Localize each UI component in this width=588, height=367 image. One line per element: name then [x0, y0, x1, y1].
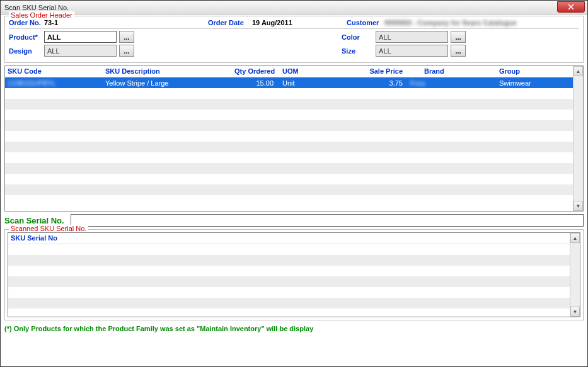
color-lookup-button[interactable]: ...	[451, 31, 466, 43]
table-row[interactable]	[8, 298, 570, 308]
table-row[interactable]	[8, 276, 570, 287]
customer-label: Customer	[347, 19, 384, 26]
design-label: Design	[9, 47, 44, 55]
cell-group: Swimwear	[497, 79, 573, 88]
scroll-down-button[interactable]: ▼	[574, 201, 583, 211]
scroll-up-button[interactable]: ▲	[574, 66, 583, 76]
divider	[9, 28, 579, 29]
col-brand[interactable]: Brand	[405, 66, 497, 77]
window-title: Scan SKU Serial No.	[4, 4, 69, 11]
table-row[interactable]	[8, 255, 570, 266]
col-group[interactable]: Group	[497, 66, 573, 77]
table-row[interactable]	[5, 184, 573, 195]
table-row[interactable]: 110B1GUPBYL Yellow Stripe / Large 15.00 …	[5, 77, 573, 88]
window: Scan SKU Serial No. Sales Order Header O…	[0, 0, 588, 367]
color-input[interactable]	[376, 31, 448, 43]
scan-serial-label: Scan Serial No.	[4, 216, 64, 225]
customer-value: 9999800 - Company for Sears Catalogue	[384, 19, 517, 26]
table-row[interactable]	[8, 266, 570, 276]
close-icon	[568, 4, 574, 10]
col-qty[interactable]: Qty Ordered	[232, 66, 276, 77]
table-row[interactable]	[5, 110, 573, 120]
sku-grid: SKU Code SKU Description Qty Ordered UOM…	[4, 65, 584, 212]
table-row[interactable]	[8, 244, 570, 255]
product-lookup-button[interactable]: ...	[119, 31, 134, 43]
col-sku-serial-no[interactable]: SKU Serial No	[8, 233, 570, 244]
table-row[interactable]	[5, 152, 573, 163]
color-label: Color	[342, 33, 376, 41]
cell-sku-desc: Yellow Stripe / Large	[103, 79, 232, 88]
size-lookup-button[interactable]: ...	[451, 45, 466, 57]
table-row[interactable]	[8, 287, 570, 298]
sku-grid-body: 110B1GUPBYL Yellow Stripe / Large 15.00 …	[5, 77, 573, 206]
table-row[interactable]	[5, 174, 573, 184]
content-area: Sales Order Header Order No. 73-1 Order …	[1, 14, 587, 334]
close-button[interactable]	[557, 1, 585, 13]
order-date-value: 19 Aug/2011	[252, 19, 347, 26]
scanned-serial-legend: Scanned SKU Serial No.	[9, 225, 88, 232]
cell-qty: 15.00	[232, 79, 276, 88]
serial-grid-body	[8, 244, 570, 308]
serial-grid-scrollbar[interactable]: ▲ ▼	[570, 233, 580, 317]
size-input[interactable]	[376, 45, 448, 57]
scroll-down-button[interactable]: ▼	[570, 307, 580, 317]
table-row[interactable]	[5, 163, 573, 174]
table-row[interactable]	[5, 142, 573, 152]
order-date-label: Order Date	[208, 19, 252, 26]
scroll-up-button[interactable]: ▲	[570, 233, 580, 243]
col-sku-code[interactable]: SKU Code	[5, 66, 103, 77]
col-sku-desc[interactable]: SKU Description	[103, 66, 232, 77]
sales-order-header-legend: Sales Order Header	[9, 11, 74, 19]
cell-uom: Unit	[276, 79, 349, 88]
design-input[interactable]	[44, 45, 117, 57]
sku-grid-header: SKU Code SKU Description Qty Ordered UOM…	[5, 66, 573, 77]
scanned-serial-group: Scanned SKU Serial No. SKU Serial No	[4, 229, 584, 320]
design-lookup-button[interactable]: ...	[119, 45, 134, 57]
order-no-value: 73-1	[44, 19, 208, 26]
col-uom[interactable]: UOM	[276, 66, 349, 77]
sku-grid-scrollbar[interactable]: ▲ ▼	[573, 66, 583, 211]
serial-grid: SKU Serial No ▲ ▼	[8, 232, 580, 317]
table-row[interactable]	[5, 195, 573, 206]
scan-serial-row: Scan Serial No.	[4, 214, 584, 227]
cell-sale-price: 3.75	[349, 79, 405, 88]
titlebar: Scan SKU Serial No.	[1, 1, 587, 14]
table-row[interactable]	[5, 131, 573, 142]
table-row[interactable]	[5, 99, 573, 110]
serial-grid-header: SKU Serial No	[8, 233, 570, 244]
order-no-label: Order No.	[9, 19, 44, 26]
product-input[interactable]	[44, 31, 117, 43]
table-row[interactable]	[5, 88, 573, 99]
footnote-text: (*) Only Products for which the Product …	[4, 323, 584, 332]
sales-order-header-group: Sales Order Header Order No. 73-1 Order …	[4, 16, 584, 63]
size-label: Size	[342, 47, 376, 55]
table-row[interactable]	[5, 120, 573, 131]
product-label: Product*	[9, 33, 44, 41]
cell-sku-code: 110B1GUPBYL	[5, 79, 103, 88]
cell-brand: Foxy	[405, 79, 497, 88]
scan-serial-input[interactable]	[71, 214, 584, 227]
col-sale-price[interactable]: Sale Price	[349, 66, 405, 77]
